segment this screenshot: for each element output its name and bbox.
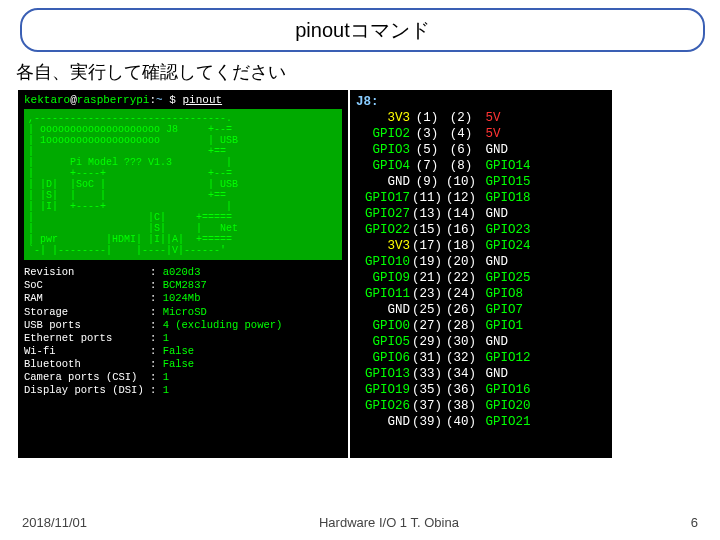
pin-row: 3V3(1)(2) 5V [356,110,606,126]
j8-header: J8: [356,94,606,110]
footer-page: 6 [691,515,698,530]
prompt-cmd: pinout [182,94,222,106]
prompt-user: kektaro [24,94,70,106]
spec-row: USB ports : 4 (excluding power) [24,319,342,332]
spec-row: RAM : 1024Mb [24,292,342,305]
pin-row: GPIO19(35)(36) GPIO16 [356,382,606,398]
specs-block: Revision : a020d3SoC : BCM2837RAM : 1024… [24,266,342,397]
pin-row: GPIO2(3)(4) 5V [356,126,606,142]
pin-row: GPIO26(37)(38) GPIO20 [356,398,606,414]
spec-row: Storage : MicroSD [24,306,342,319]
footer-date: 2018/11/01 [22,515,87,530]
title-box: pinoutコマンド [20,8,705,52]
pin-row: GPIO3(5)(6) GND [356,142,606,158]
pin-row: GPIO10(19)(20) GND [356,254,606,270]
footer-center: Hardware I/O 1 T. Obina [319,515,459,530]
prompt-line: kektaro@raspberrypi:~ $ pinout [24,94,342,107]
terminal-right: J8: 3V3(1)(2) 5VGPIO2(3)(4) 5VGPIO3(5)(6… [350,90,612,458]
spec-row: SoC : BCM2837 [24,279,342,292]
pin-row: GND(9)(10) GPIO15 [356,174,606,190]
pin-row: GPIO27(13)(14) GND [356,206,606,222]
spec-row: Camera ports (CSI) : 1 [24,371,342,384]
pin-row: GPIO4(7)(8) GPIO14 [356,158,606,174]
pin-row: GPIO5(29)(30) GND [356,334,606,350]
pin-row: GPIO22(15)(16) GPIO23 [356,222,606,238]
pin-table: 3V3(1)(2) 5VGPIO2(3)(4) 5VGPIO3(5)(6) GN… [356,110,606,430]
pin-row: GND(25)(26) GPIO7 [356,302,606,318]
pin-row: GPIO17(11)(12) GPIO18 [356,190,606,206]
footer: 2018/11/01 Hardware I/O 1 T. Obina 6 [0,515,720,530]
terminal-left: kektaro@raspberrypi:~ $ pinout ,--------… [18,90,348,458]
spec-row: Ethernet ports : 1 [24,332,342,345]
pin-row: GND(39)(40) GPIO21 [356,414,606,430]
subtitle: 各自、実行して確認してください [16,60,286,84]
pin-row: GPIO6(31)(32) GPIO12 [356,350,606,366]
pin-row: 3V3(17)(18) GPIO24 [356,238,606,254]
spec-row: Bluetooth : False [24,358,342,371]
spec-row: Wi-fi : False [24,345,342,358]
spec-row: Revision : a020d3 [24,266,342,279]
prompt-path: ~ [156,94,163,106]
board-art: ,--------------------------------. | ooo… [24,109,342,260]
prompt-host: raspberrypi [77,94,150,106]
pin-row: GPIO11(23)(24) GPIO8 [356,286,606,302]
pin-row: GPIO9(21)(22) GPIO25 [356,270,606,286]
pin-row: GPIO0(27)(28) GPIO1 [356,318,606,334]
spec-row: Display ports (DSI) : 1 [24,384,342,397]
title-text: pinoutコマンド [295,17,430,44]
pin-row: GPIO13(33)(34) GND [356,366,606,382]
